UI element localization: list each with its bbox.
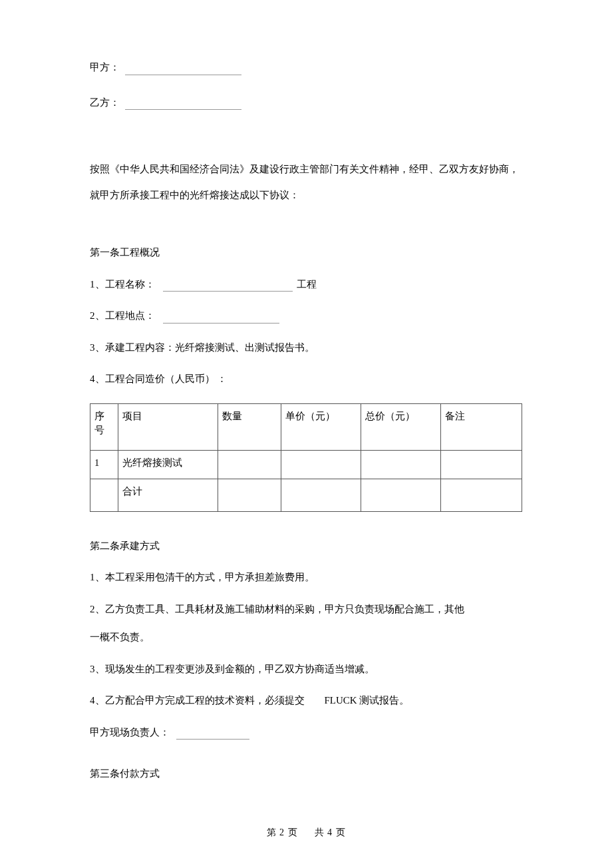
- party-b-label: 乙方：: [90, 95, 120, 110]
- party-a-line: 甲方：: [90, 60, 522, 75]
- td-unit: [281, 479, 361, 511]
- section-2-title: 第二条承建方式: [90, 539, 522, 554]
- project-name-suffix: 工程: [297, 277, 317, 292]
- section-3: 第三条付款方式: [90, 766, 522, 781]
- th-total: 总价（元）: [361, 403, 441, 451]
- s2-item2b: 一概不负责。: [90, 630, 522, 645]
- project-name-line: 1、工程名称： 工程: [90, 277, 522, 292]
- s2-item4: 4、乙方配合甲方完成工程的技术资料，必须提交 FLUCK 测试报告。: [90, 693, 522, 708]
- section-1-title: 第一条工程概况: [90, 245, 522, 260]
- table-row: 合计: [90, 479, 522, 511]
- td-note: [441, 479, 522, 511]
- project-location-blank: [163, 312, 279, 324]
- table-row: 1 光纤熔接测试: [90, 451, 522, 479]
- s2-item2a: 2、乙方负责工具、工具耗材及施工辅助材料的采购，甲方只负责现场配合施工，其他: [90, 602, 522, 617]
- td-item: 合计: [118, 479, 218, 511]
- s2-item1: 1、本工程采用包清干的方式，甲方承担差旅费用。: [90, 570, 522, 585]
- site-lead-line: 甲方现场负责人：: [90, 725, 522, 740]
- td-qty: [218, 451, 281, 479]
- project-location-label: 2、工程地点：: [90, 308, 155, 324]
- section-2: 第二条承建方式 1、本工程采用包清干的方式，甲方承担差旅费用。 2、乙方负责工具…: [90, 539, 522, 740]
- th-no: 序号: [90, 403, 118, 451]
- intro-paragraph: 按照《中华人民共和国经济合同法》及建设行政主管部门有关文件精神，经甲、乙双方友好…: [90, 156, 522, 208]
- site-lead-blank: [176, 728, 249, 740]
- td-item: 光纤熔接测试: [118, 451, 218, 479]
- project-name-label: 1、工程名称：: [90, 277, 155, 292]
- price-table: 序号 项目 数量 单价（元） 总价（元） 备注 1 光纤熔接测试 合计: [90, 403, 522, 512]
- td-unit: [281, 451, 361, 479]
- site-lead-label: 甲方现场负责人：: [90, 725, 170, 740]
- party-a-label: 甲方：: [90, 60, 120, 75]
- project-name-blank: [163, 280, 293, 292]
- table-header-row: 序号 项目 数量 单价（元） 总价（元） 备注: [90, 403, 522, 451]
- td-qty: [218, 479, 281, 511]
- party-b-blank: [125, 98, 241, 110]
- party-a-blank: [125, 63, 241, 75]
- th-item: 项目: [118, 403, 218, 451]
- party-b-line: 乙方：: [90, 95, 522, 110]
- page-footer: 第 2 页 共 4 页: [0, 827, 612, 839]
- td-no: [90, 479, 118, 511]
- td-total: [361, 451, 441, 479]
- project-content-line: 3、承建工程内容：光纤熔接测试、出测试报告书。: [90, 340, 522, 355]
- section-1: 第一条工程概况 1、工程名称： 工程 2、工程地点： 3、承建工程内容：光纤熔接…: [90, 245, 522, 512]
- td-no: 1: [90, 451, 118, 479]
- section-3-title: 第三条付款方式: [90, 766, 522, 781]
- th-unit: 单价（元）: [281, 403, 361, 451]
- td-total: [361, 479, 441, 511]
- footer-page-current: 第 2 页: [267, 827, 298, 837]
- document-page: 甲方： 乙方： 按照《中华人民共和国经济合同法》及建设行政主管部门有关文件精神，…: [0, 0, 612, 781]
- th-note: 备注: [441, 403, 522, 451]
- th-qty: 数量: [218, 403, 281, 451]
- footer-page-total: 共 4 页: [315, 827, 346, 837]
- project-location-line: 2、工程地点：: [90, 308, 522, 324]
- project-price-line: 4、工程合同造价（人民币） ：: [90, 371, 522, 387]
- td-note: [441, 451, 522, 479]
- s2-item3: 3、现场发生的工程变更涉及到金额的，甲乙双方协商适当增减。: [90, 662, 522, 677]
